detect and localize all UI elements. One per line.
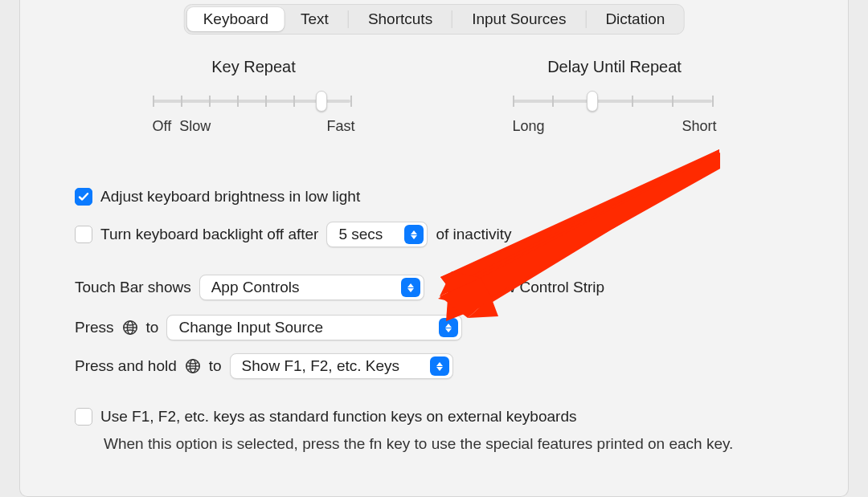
select-press-globe[interactable]: Change Input Source (166, 315, 462, 340)
tab-dictation[interactable]: Dictation (589, 7, 681, 31)
label-backlight-off-suffix: of inactivity (436, 226, 511, 243)
select-backlight-timeout[interactable]: 5 secs (326, 222, 428, 247)
key-repeat-title: Key Repeat (211, 58, 296, 76)
row-touchbar: Touch Bar shows App Controls Show Contro… (75, 275, 816, 300)
tab-input-sources[interactable]: Input Sources (456, 7, 582, 31)
tab-divider (585, 10, 586, 28)
label-press-hold-prefix: Press and hold (75, 357, 177, 375)
select-press-hold-globe-value: Show F1, F2, etc. Keys (242, 357, 430, 375)
label-press-hold-mid: to (209, 357, 222, 375)
row-press-globe: Press to Change Input Source (75, 315, 816, 340)
fn-keys-help-text: When this option is selected, press the … (104, 434, 800, 454)
checkbox-backlight-off[interactable] (75, 226, 92, 243)
checkbox-show-control-strip[interactable] (452, 279, 469, 296)
row-fn-keys: Use F1, F2, etc. keys as standard functi… (75, 408, 816, 426)
label-adjust-brightness: Adjust keyboard brightness in low light (100, 188, 360, 206)
select-press-hold-globe[interactable]: Show F1, F2, etc. Keys (230, 353, 453, 379)
select-touchbar-shows-value: App Controls (211, 279, 401, 296)
stepper-icon (430, 356, 449, 376)
key-repeat-labels: Off Slow Fast (153, 118, 355, 135)
stepper-icon (439, 318, 458, 337)
checkbox-fn-keys[interactable] (75, 408, 92, 426)
label-press-prefix: Press (75, 319, 114, 336)
key-repeat-knob[interactable] (316, 91, 327, 112)
delay-repeat-title: Delay Until Repeat (547, 58, 682, 76)
row-press-hold-globe: Press and hold to Show F1, F2, etc. Keys (75, 353, 816, 379)
select-press-globe-value: Change Input Source (178, 319, 439, 336)
key-repeat-slider[interactable] (153, 96, 350, 107)
label-fn-keys: Use F1, F2, etc. keys as standard functi… (100, 408, 576, 426)
tab-divider (452, 10, 452, 28)
globe-icon (185, 358, 201, 374)
tab-bar: Keyboard Text Shortcuts Input Sources Di… (184, 4, 685, 35)
globe-icon (122, 320, 138, 336)
row-backlight-off: Turn keyboard backlight off after 5 secs… (75, 222, 816, 247)
tab-text[interactable]: Text (285, 7, 345, 31)
label-touchbar: Touch Bar shows (75, 279, 191, 296)
tab-keyboard[interactable]: Keyboard (187, 7, 285, 31)
row-adjust-brightness: Adjust keyboard brightness in low light (75, 188, 816, 206)
stepper-icon (401, 278, 420, 297)
checkbox-adjust-brightness[interactable] (75, 188, 92, 206)
tab-divider (348, 10, 349, 28)
delay-repeat-slider[interactable] (513, 96, 712, 107)
stepper-icon (404, 225, 424, 244)
delay-repeat-labels: Long Short (513, 118, 717, 135)
delay-repeat-knob[interactable] (587, 91, 598, 112)
slider-row: Key Repeat Off Slow Fast (20, 58, 848, 135)
select-touchbar-shows[interactable]: App Controls (199, 275, 424, 300)
label-press-mid: to (146, 319, 159, 336)
select-backlight-timeout-value: 5 secs (338, 226, 404, 243)
keyboard-preferences-panel: Keyboard Text Shortcuts Input Sources Di… (19, 0, 849, 497)
label-backlight-off-prefix: Turn keyboard backlight off after (100, 226, 318, 243)
label-show-control-strip: Show Control Strip (477, 279, 604, 296)
tab-shortcuts[interactable]: Shortcuts (352, 7, 448, 31)
